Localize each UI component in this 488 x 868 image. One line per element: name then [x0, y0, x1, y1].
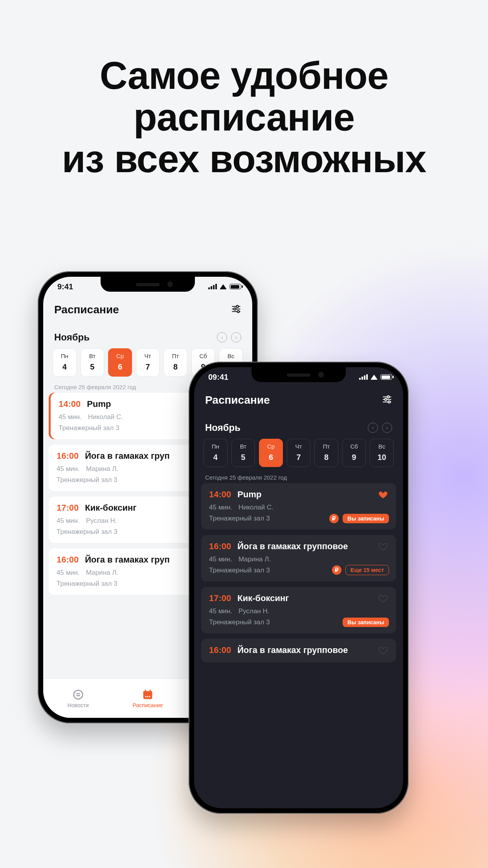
day-number: 6	[108, 362, 132, 371]
day-number: 10	[370, 453, 393, 462]
today-text: Сегодня 25 февраля 2022 год	[194, 467, 403, 483]
event-duration: 45 мин.	[209, 607, 232, 615]
day-weekday: Вс	[370, 443, 393, 450]
phone-dark: 09:41 Расписание Ноябрь ‹ ›	[189, 362, 409, 814]
wifi-icon	[220, 284, 227, 289]
status-pill: Вы записаны	[343, 514, 389, 523]
day-box[interactable]: Пт8	[163, 348, 187, 377]
day-weekday: Ср	[108, 353, 132, 359]
heart-icon[interactable]	[378, 541, 388, 553]
tab-schedule[interactable]: Расписание	[113, 679, 182, 718]
event-duration: 45 мин.	[57, 465, 80, 473]
svg-point-1	[237, 305, 238, 307]
prev-week-button[interactable]: ‹	[217, 332, 227, 342]
ruble-badge: ₽	[332, 565, 341, 575]
day-weekday: Вт	[232, 443, 255, 450]
day-weekday: Пн	[204, 443, 227, 450]
event-title: Йога в гамаках групповое	[237, 541, 348, 552]
event-title: Pump	[237, 489, 261, 500]
event-title: Кик-боксинг	[85, 503, 136, 513]
day-weekday: Сб	[343, 443, 366, 450]
headline-line-3: из всех возможных	[0, 138, 488, 180]
day-weekday: Сб	[192, 353, 215, 359]
day-number: 4	[53, 362, 76, 371]
svg-point-19	[387, 396, 389, 398]
svg-rect-12	[149, 690, 150, 692]
day-weekday: Пн	[53, 353, 76, 359]
day-box[interactable]: Пн4	[204, 439, 227, 467]
day-weekday: Чт	[287, 443, 310, 450]
day-box[interactable]: Пт8	[314, 439, 338, 467]
event-time: 16:00	[57, 555, 79, 565]
day-number: 6	[259, 453, 283, 462]
filter-icon[interactable]	[382, 394, 392, 406]
event-coach: Марина Л.	[86, 465, 118, 473]
headline-line-1: Самое удобное	[0, 55, 488, 97]
event-title: Йога в гамаках груп	[85, 555, 169, 565]
next-week-button[interactable]: ›	[231, 332, 241, 342]
event-coach: Марина Л.	[238, 555, 271, 563]
svg-point-23	[388, 401, 390, 403]
event-card[interactable]: 17:00Кик-боксинг45 мин.Руслан Н.Тренажер…	[201, 587, 396, 633]
headline-line-2: расписание	[0, 97, 488, 138]
event-coach: Руслан Н.	[238, 607, 270, 615]
day-box[interactable]: Сб9	[342, 439, 366, 467]
day-box[interactable]: Чт7	[287, 439, 311, 467]
day-weekday: Ср	[259, 443, 283, 450]
day-number: 5	[81, 362, 104, 371]
page-title: Расписание	[54, 303, 119, 316]
heart-icon[interactable]	[378, 489, 388, 501]
svg-point-5	[237, 311, 239, 313]
status-time: 09:41	[208, 373, 228, 382]
event-time: 17:00	[57, 503, 79, 513]
page-title: Расписание	[205, 394, 270, 406]
svg-point-3	[234, 308, 236, 310]
event-coach: Марина Л.	[86, 569, 118, 577]
tab-news[interactable]: Новости	[43, 679, 113, 718]
battery-icon	[229, 284, 241, 289]
event-card[interactable]: 14:00Pump45 мин.Николай С.Тренажерный за…	[201, 483, 396, 530]
day-number: 8	[164, 362, 187, 371]
event-time: 16:00	[209, 645, 231, 655]
event-time: 16:00	[209, 541, 231, 552]
filter-icon[interactable]	[231, 304, 241, 316]
device-notch	[251, 367, 346, 382]
event-time: 16:00	[57, 451, 79, 461]
events-list: 14:00Pump45 мин.Николай С.Тренажерный за…	[194, 483, 403, 662]
event-title: Йога в гамаках групповое	[237, 645, 348, 655]
day-box[interactable]: Пн4	[53, 348, 77, 377]
status-pill: Еще 15 мест	[345, 565, 389, 575]
event-coach: Николай С.	[238, 504, 273, 511]
heart-icon[interactable]	[378, 645, 388, 657]
heart-icon[interactable]	[378, 593, 388, 605]
signal-icon	[359, 374, 368, 380]
day-box[interactable]: Вт5	[81, 348, 105, 377]
tab-label: Новости	[68, 702, 89, 708]
svg-point-13	[145, 696, 147, 697]
marketing-headline: Самое удобное расписание из всех возможн…	[0, 55, 488, 180]
prev-week-button[interactable]: ‹	[368, 423, 378, 433]
event-coach: Николай С.	[88, 413, 123, 421]
event-duration: 45 мин.	[57, 517, 80, 525]
ruble-badge: ₽	[329, 514, 339, 523]
day-box[interactable]: Ср6	[108, 348, 132, 377]
status-time: 9:41	[57, 282, 73, 291]
day-box[interactable]: Чт7	[136, 348, 160, 377]
next-week-button[interactable]: ›	[382, 423, 392, 433]
day-number: 7	[136, 362, 160, 371]
day-box[interactable]: Ср6	[259, 439, 283, 467]
svg-point-14	[147, 696, 149, 697]
week-strip: Пн4Вт5Ср6Чт7Пт8Сб9Вс10	[194, 439, 403, 467]
day-weekday: Пт	[315, 443, 338, 450]
event-time: 17:00	[209, 593, 231, 603]
event-time: 14:00	[209, 489, 231, 500]
event-card[interactable]: 16:00Йога в гамаках групповое45 мин.Мари…	[201, 535, 396, 581]
svg-rect-10	[143, 691, 152, 694]
day-box[interactable]: Вт5	[231, 439, 255, 467]
event-coach: Руслан Н.	[86, 517, 117, 525]
day-number: 4	[204, 453, 227, 462]
wifi-icon	[371, 375, 378, 380]
event-card[interactable]: 16:00Йога в гамаках групповое	[201, 639, 396, 662]
day-box[interactable]: Вс10	[370, 439, 394, 467]
svg-rect-11	[145, 690, 146, 692]
